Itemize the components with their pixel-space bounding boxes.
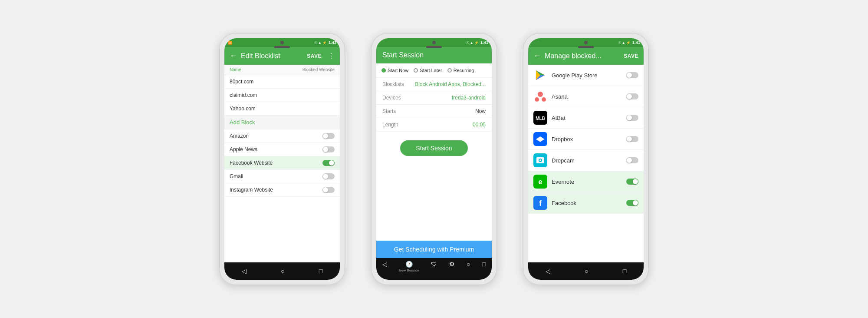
toggle-instagram[interactable]: Instagram Website — [224, 183, 340, 197]
app-item-facebook[interactable]: f Facebook — [528, 192, 644, 214]
play-store-toggle[interactable] — [626, 72, 638, 78]
blocked-site-3[interactable]: Yahoo.com — [224, 102, 340, 116]
tab-start-now-radio — [381, 68, 386, 73]
back-icon[interactable]: ← — [230, 51, 237, 60]
blocked-site-2[interactable]: claimid.com — [224, 89, 340, 102]
svg-text:f: f — [539, 199, 542, 208]
svg-text:e: e — [539, 178, 542, 186]
more-icon[interactable]: ⋮ — [328, 52, 335, 60]
phone-1-status-icons: ☉ ▲ ⚡ — [314, 41, 327, 45]
nav-gear[interactable]: ⚙ — [449, 261, 455, 268]
facebook-icon: f — [533, 196, 547, 210]
phone-2: ☉ ▲ ⚡ 1:41 Start Session Start Now Start… — [371, 33, 497, 285]
nav-home[interactable]: ○ — [467, 261, 470, 268]
app-item-dropcam[interactable]: Dropcam — [528, 150, 644, 171]
back-nav-btn[interactable]: ◁ — [242, 268, 247, 275]
toggle-apple-news[interactable]: Apple News — [224, 143, 340, 156]
phone-1-content: Name Blocked Website 80pct.com claimid.c… — [224, 65, 340, 262]
new-session-label: New Session — [399, 268, 419, 272]
toggle-gmail-label: Gmail — [230, 173, 243, 179]
tab-start-later[interactable]: Start Later — [414, 68, 442, 73]
toggle-amazon-label: Amazon — [230, 133, 249, 139]
dropbox-icon — [533, 132, 547, 146]
new-session-icon: 🕐 — [405, 261, 413, 268]
phone-2-hardware — [426, 41, 442, 48]
asana-toggle[interactable] — [626, 93, 638, 99]
dropcam-toggle[interactable] — [626, 157, 638, 163]
nav-recent[interactable]: □ — [482, 261, 486, 268]
blocked-site-3-name: Yahoo.com — [230, 106, 256, 112]
svg-text:MLB: MLB — [536, 116, 545, 121]
nav-back[interactable]: ◁ — [382, 261, 387, 268]
tab-start-now-label: Start Now — [388, 68, 408, 73]
gear-icon: ⚙ — [449, 261, 455, 268]
app-item-evernote[interactable]: e Evernote — [528, 171, 644, 192]
session-row-devices[interactable]: Devices freda3-android — [376, 91, 492, 105]
length-value: 00:05 — [413, 122, 486, 128]
play-store-name: Google Play Store — [552, 72, 622, 79]
nav-recent-icon: □ — [482, 261, 486, 268]
atbat-icon: MLB — [533, 111, 547, 125]
phone-3-back-icon[interactable]: ← — [533, 51, 541, 60]
phone-3-speaker — [578, 46, 594, 48]
phone-1-save-btn[interactable]: SAVE — [307, 53, 322, 59]
start-session-button[interactable]: Start Session — [400, 140, 467, 156]
add-block-btn[interactable]: Add Block — [224, 116, 340, 129]
svg-point-4 — [538, 92, 543, 97]
app-item-asana[interactable]: Asana — [528, 86, 644, 107]
tab-start-now[interactable]: Start Now — [381, 68, 408, 73]
blocked-site-1-name: 80pct.com — [230, 79, 253, 85]
recent-nav-btn[interactable]: □ — [319, 268, 322, 275]
phone-1-time: 1:42 — [329, 40, 336, 45]
toggle-gmail[interactable]: Gmail — [224, 170, 340, 183]
phone-3-recent-nav[interactable]: □ — [623, 268, 626, 275]
phone-2-content: Blocklists Block Android Apps, Blocked..… — [376, 78, 492, 241]
blocked-site-1[interactable]: 80pct.com — [224, 75, 340, 89]
app-item-dropbox[interactable]: Dropbox — [528, 129, 644, 150]
nav-home-icon: ○ — [467, 261, 470, 268]
column-blocked-label: Blocked Website — [302, 67, 335, 72]
facebook-toggle[interactable] — [626, 200, 638, 206]
dropbox-toggle[interactable] — [626, 136, 638, 142]
toggle-gmail-switch[interactable] — [322, 173, 335, 179]
length-label: Length — [382, 122, 413, 128]
toggle-apple-news-switch[interactable] — [322, 146, 335, 152]
phone-3-content: Google Play Store Asana — [528, 65, 644, 262]
premium-label: Get Scheduling with Premium — [394, 246, 474, 253]
phone-3-save-btn[interactable]: SAVE — [624, 53, 638, 59]
phone-1-hardware — [274, 41, 290, 48]
phone-3-back-nav[interactable]: ◁ — [546, 268, 550, 275]
session-row-blocklists[interactable]: Blocklists Block Android Apps, Blocked..… — [376, 78, 492, 91]
toggle-facebook-website-label: Facebook Website — [230, 160, 273, 166]
phone-1-title: Edit Blocklist — [241, 52, 303, 60]
tab-recurring[interactable]: Recurring — [447, 68, 474, 73]
premium-banner[interactable]: Get Scheduling with Premium — [376, 241, 492, 258]
app-item-atbat[interactable]: MLB AtBat — [528, 107, 644, 129]
evernote-toggle[interactable] — [626, 179, 638, 185]
toggle-instagram-switch[interactable] — [322, 187, 335, 193]
nav-back-icon: ◁ — [382, 261, 387, 268]
toggle-amazon-switch[interactable] — [322, 133, 335, 139]
column-header-row: Name Blocked Website — [224, 65, 340, 75]
nav-shield[interactable]: 🛡 — [431, 261, 437, 268]
home-nav-btn[interactable]: ○ — [281, 268, 284, 275]
phone-1-bottom-nav: ◁ ○ □ — [224, 262, 340, 280]
phone-3-home-nav[interactable]: ○ — [585, 268, 588, 275]
blocklists-label: Blocklists — [382, 81, 413, 87]
app-item-play-store[interactable]: Google Play Store — [528, 65, 644, 86]
asana-icon — [533, 89, 547, 103]
toggle-facebook-website[interactable]: Facebook Website — [224, 156, 340, 170]
session-row-length[interactable]: Length 00:05 — [376, 118, 492, 132]
phone-3-header: ← Manage blocked... SAVE — [528, 47, 644, 65]
toggle-facebook-website-switch[interactable] — [322, 160, 335, 166]
atbat-toggle[interactable] — [626, 115, 638, 121]
tab-recurring-radio — [447, 68, 452, 73]
phone-2-camera — [432, 41, 436, 44]
phone-1-camera — [280, 41, 284, 44]
evernote-icon: e — [533, 175, 547, 189]
play-store-icon — [533, 68, 547, 82]
toggle-amazon[interactable]: Amazon — [224, 129, 340, 143]
nav-new-session[interactable]: 🕐 New Session — [399, 261, 419, 272]
tab-recurring-label: Recurring — [454, 68, 474, 73]
phone-2-title: Start Session — [382, 51, 424, 59]
